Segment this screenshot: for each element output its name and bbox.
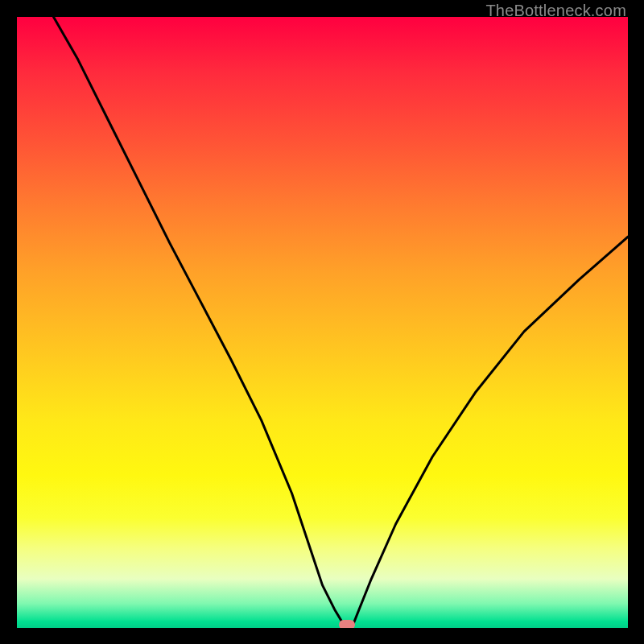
bottleneck-curve xyxy=(54,17,629,625)
plot-area xyxy=(17,17,628,628)
curve-layer xyxy=(17,17,628,628)
optimal-point-marker xyxy=(339,620,355,628)
bottleneck-chart: TheBottleneck.com xyxy=(0,0,644,644)
watermark-text: TheBottleneck.com xyxy=(485,2,626,20)
